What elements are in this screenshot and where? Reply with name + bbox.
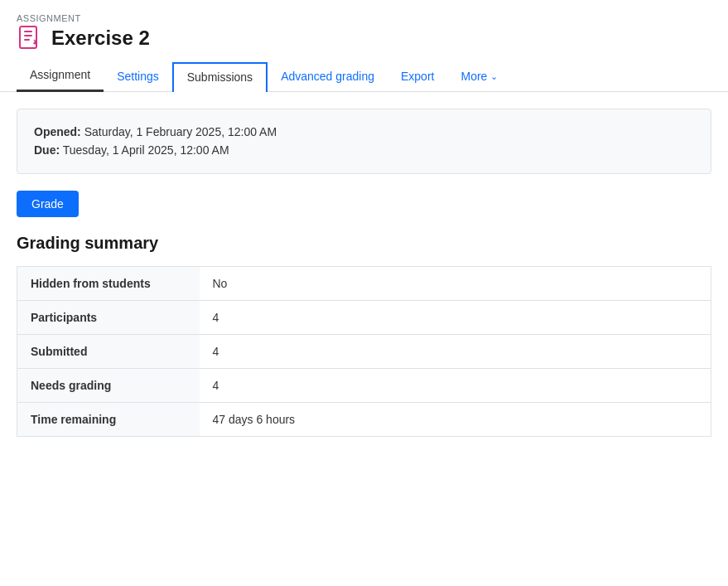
svg-rect-0 bbox=[20, 27, 36, 48]
table-row: Participants 4 bbox=[17, 300, 711, 334]
tab-assignment[interactable]: Assignment bbox=[17, 61, 104, 92]
row-value: 4 bbox=[200, 368, 711, 402]
due-value: Tuesday, 1 April 2025, 12:00 AM bbox=[63, 143, 229, 157]
row-label: Time remaining bbox=[17, 402, 200, 436]
row-label: Submitted bbox=[17, 334, 200, 368]
tab-settings[interactable]: Settings bbox=[104, 63, 172, 91]
row-value: 4 bbox=[200, 334, 711, 368]
row-label: Needs grading bbox=[17, 368, 200, 402]
opened-line: Opened: Saturday, 1 February 2025, 12:00… bbox=[34, 123, 694, 141]
more-label: More bbox=[460, 70, 487, 83]
assignment-label: ASSIGNMENT bbox=[17, 13, 711, 23]
page-header: ASSIGNMENT Exercise 2 Assignment Setting… bbox=[0, 0, 728, 92]
assignment-icon bbox=[17, 25, 43, 51]
row-value: No bbox=[200, 266, 711, 300]
opened-value: Saturday, 1 February 2025, 12:00 AM bbox=[84, 125, 277, 138]
title-row: Exercise 2 bbox=[17, 25, 711, 51]
summary-table-body: Hidden from students No Participants 4 S… bbox=[17, 266, 711, 436]
main-content: Opened: Saturday, 1 February 2025, 12:00… bbox=[0, 92, 728, 453]
row-label: Participants bbox=[17, 300, 200, 334]
row-value: 4 bbox=[200, 300, 711, 334]
table-row: Time remaining 47 days 6 hours bbox=[17, 402, 711, 436]
due-line: Due: Tuesday, 1 April 2025, 12:00 AM bbox=[34, 141, 694, 159]
row-value: 47 days 6 hours bbox=[200, 402, 711, 436]
row-label: Hidden from students bbox=[17, 266, 200, 300]
table-row: Needs grading 4 bbox=[17, 368, 711, 402]
due-label: Due: bbox=[34, 143, 60, 157]
grading-summary-table: Hidden from students No Participants 4 S… bbox=[17, 266, 711, 437]
tab-export[interactable]: Export bbox=[388, 63, 447, 91]
dates-info-box: Opened: Saturday, 1 February 2025, 12:00… bbox=[17, 109, 711, 174]
opened-label: Opened: bbox=[34, 125, 81, 138]
table-row: Submitted 4 bbox=[17, 334, 711, 368]
table-row: Hidden from students No bbox=[17, 266, 711, 300]
tab-advanced-grading[interactable]: Advanced grading bbox=[268, 63, 388, 91]
tab-submissions[interactable]: Submissions bbox=[172, 62, 268, 92]
grade-button[interactable]: Grade bbox=[17, 191, 79, 217]
chevron-down-icon: ⌄ bbox=[490, 71, 498, 82]
tab-more[interactable]: More ⌄ bbox=[447, 63, 511, 91]
page-title: Exercise 2 bbox=[51, 27, 150, 50]
tab-navigation: Assignment Settings Submissions Advanced… bbox=[17, 61, 711, 91]
grading-summary-title: Grading summary bbox=[17, 234, 711, 253]
